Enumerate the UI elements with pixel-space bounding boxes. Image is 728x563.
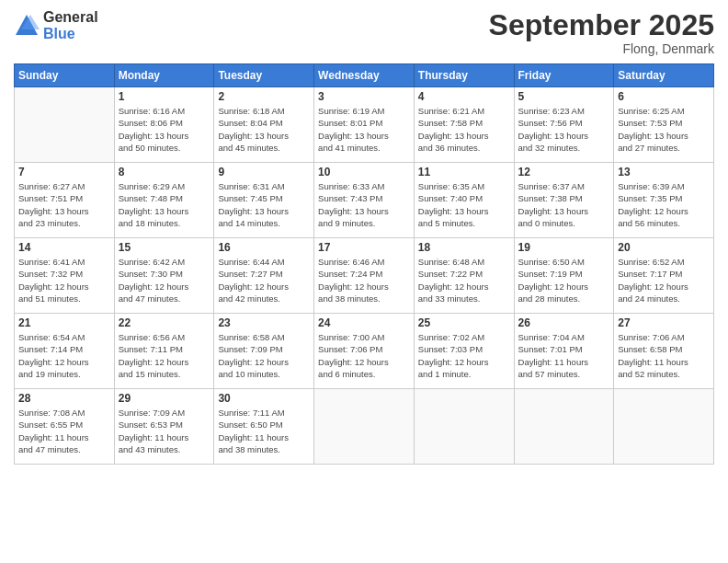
month-title: September 2025 <box>489 9 714 41</box>
day-info: Sunrise: 6:33 AMSunset: 7:43 PMDaylight:… <box>318 180 410 229</box>
day-info: Sunrise: 7:08 AMSunset: 6:55 PMDaylight:… <box>18 407 110 455</box>
day-info: Sunrise: 6:29 AMSunset: 7:48 PMDaylight:… <box>119 180 210 229</box>
col-monday: Monday <box>114 64 214 87</box>
calendar-week-row: 14Sunrise: 6:41 AMSunset: 7:32 PMDayligh… <box>15 238 714 314</box>
logo: General Blue <box>14 9 98 41</box>
day-info: Sunrise: 7:11 AMSunset: 6:50 PMDaylight:… <box>218 407 310 455</box>
table-row: 18Sunrise: 6:48 AMSunset: 7:22 PMDayligh… <box>414 238 514 314</box>
table-row <box>414 389 514 465</box>
day-number: 13 <box>618 166 710 178</box>
col-tuesday: Tuesday <box>214 64 314 87</box>
table-row: 15Sunrise: 6:42 AMSunset: 7:30 PMDayligh… <box>114 238 214 314</box>
table-row: 21Sunrise: 6:54 AMSunset: 7:14 PMDayligh… <box>15 314 115 389</box>
table-row: 29Sunrise: 7:09 AMSunset: 6:53 PMDayligh… <box>114 389 214 465</box>
day-info: Sunrise: 6:50 AMSunset: 7:19 PMDaylight:… <box>518 256 610 304</box>
day-number: 12 <box>518 166 610 178</box>
col-sunday: Sunday <box>15 64 115 87</box>
table-row: 23Sunrise: 6:58 AMSunset: 7:09 PMDayligh… <box>214 314 314 389</box>
day-info: Sunrise: 6:18 AMSunset: 8:04 PMDaylight:… <box>218 105 310 154</box>
day-info: Sunrise: 6:56 AMSunset: 7:11 PMDaylight:… <box>119 331 210 380</box>
logo-blue-text: Blue <box>43 26 98 42</box>
table-row: 27Sunrise: 7:06 AMSunset: 6:58 PMDayligh… <box>614 314 714 389</box>
day-number: 4 <box>418 90 510 103</box>
calendar-week-row: 21Sunrise: 6:54 AMSunset: 7:14 PMDayligh… <box>15 314 714 389</box>
page: General Blue September 2025 Flong, Denma… <box>0 0 728 563</box>
day-number: 8 <box>119 166 210 178</box>
table-row: 26Sunrise: 7:04 AMSunset: 7:01 PMDayligh… <box>514 314 614 389</box>
day-number: 7 <box>18 166 110 178</box>
day-number: 27 <box>618 316 710 329</box>
table-row: 3Sunrise: 6:19 AMSunset: 8:01 PMDaylight… <box>314 87 415 163</box>
day-number: 28 <box>18 392 110 405</box>
day-number: 11 <box>418 166 510 178</box>
day-info: Sunrise: 6:25 AMSunset: 7:53 PMDaylight:… <box>618 105 710 154</box>
table-row: 24Sunrise: 7:00 AMSunset: 7:06 PMDayligh… <box>314 314 415 389</box>
day-info: Sunrise: 6:19 AMSunset: 8:01 PMDaylight:… <box>318 105 410 154</box>
table-row <box>15 87 115 163</box>
day-info: Sunrise: 6:54 AMSunset: 7:14 PMDaylight:… <box>18 331 110 380</box>
table-row: 8Sunrise: 6:29 AMSunset: 7:48 PMDaylight… <box>114 163 214 238</box>
table-row: 6Sunrise: 6:25 AMSunset: 7:53 PMDaylight… <box>614 87 714 163</box>
day-number: 17 <box>318 241 410 254</box>
day-number: 21 <box>18 316 110 329</box>
calendar-week-row: 28Sunrise: 7:08 AMSunset: 6:55 PMDayligh… <box>15 389 714 465</box>
day-info: Sunrise: 6:37 AMSunset: 7:38 PMDaylight:… <box>518 180 610 229</box>
table-row: 20Sunrise: 6:52 AMSunset: 7:17 PMDayligh… <box>614 238 714 314</box>
day-number: 9 <box>218 166 310 178</box>
table-row: 16Sunrise: 6:44 AMSunset: 7:27 PMDayligh… <box>214 238 314 314</box>
day-info: Sunrise: 7:09 AMSunset: 6:53 PMDaylight:… <box>119 407 210 455</box>
day-info: Sunrise: 6:23 AMSunset: 7:56 PMDaylight:… <box>518 105 610 154</box>
day-number: 6 <box>618 90 710 103</box>
day-info: Sunrise: 6:27 AMSunset: 7:51 PMDaylight:… <box>18 180 110 229</box>
day-info: Sunrise: 6:42 AMSunset: 7:30 PMDaylight:… <box>119 256 210 304</box>
calendar-header-row: Sunday Monday Tuesday Wednesday Thursday… <box>15 64 714 87</box>
col-saturday: Saturday <box>614 64 714 87</box>
day-number: 24 <box>318 316 410 329</box>
location: Flong, Denmark <box>489 41 714 56</box>
table-row: 28Sunrise: 7:08 AMSunset: 6:55 PMDayligh… <box>15 389 115 465</box>
day-info: Sunrise: 7:06 AMSunset: 6:58 PMDaylight:… <box>618 331 710 380</box>
day-info: Sunrise: 6:39 AMSunset: 7:35 PMDaylight:… <box>618 180 710 229</box>
day-info: Sunrise: 6:52 AMSunset: 7:17 PMDaylight:… <box>618 256 710 304</box>
table-row: 25Sunrise: 7:02 AMSunset: 7:03 PMDayligh… <box>414 314 514 389</box>
calendar: Sunday Monday Tuesday Wednesday Thursday… <box>14 63 714 465</box>
day-info: Sunrise: 6:31 AMSunset: 7:45 PMDaylight:… <box>218 180 310 229</box>
table-row: 11Sunrise: 6:35 AMSunset: 7:40 PMDayligh… <box>414 163 514 238</box>
table-row: 7Sunrise: 6:27 AMSunset: 7:51 PMDaylight… <box>15 163 115 238</box>
day-info: Sunrise: 6:58 AMSunset: 7:09 PMDaylight:… <box>218 331 310 380</box>
day-number: 10 <box>318 166 410 178</box>
day-number: 18 <box>418 241 510 254</box>
table-row <box>314 389 415 465</box>
day-info: Sunrise: 6:21 AMSunset: 7:58 PMDaylight:… <box>418 105 510 154</box>
calendar-week-row: 1Sunrise: 6:16 AMSunset: 8:06 PMDaylight… <box>15 87 714 163</box>
day-info: Sunrise: 6:44 AMSunset: 7:27 PMDaylight:… <box>218 256 310 304</box>
day-number: 14 <box>18 241 110 254</box>
day-number: 25 <box>418 316 510 329</box>
day-info: Sunrise: 6:41 AMSunset: 7:32 PMDaylight:… <box>18 256 110 304</box>
table-row: 30Sunrise: 7:11 AMSunset: 6:50 PMDayligh… <box>214 389 314 465</box>
day-info: Sunrise: 7:00 AMSunset: 7:06 PMDaylight:… <box>318 331 410 380</box>
table-row: 17Sunrise: 6:46 AMSunset: 7:24 PMDayligh… <box>314 238 415 314</box>
table-row: 14Sunrise: 6:41 AMSunset: 7:32 PMDayligh… <box>15 238 115 314</box>
table-row: 5Sunrise: 6:23 AMSunset: 7:56 PMDaylight… <box>514 87 614 163</box>
table-row <box>514 389 614 465</box>
table-row: 1Sunrise: 6:16 AMSunset: 8:06 PMDaylight… <box>114 87 214 163</box>
col-friday: Friday <box>514 64 614 87</box>
table-row <box>614 389 714 465</box>
day-info: Sunrise: 7:02 AMSunset: 7:03 PMDaylight:… <box>418 331 510 380</box>
table-row: 4Sunrise: 6:21 AMSunset: 7:58 PMDaylight… <box>414 87 514 163</box>
table-row: 12Sunrise: 6:37 AMSunset: 7:38 PMDayligh… <box>514 163 614 238</box>
day-number: 30 <box>218 392 310 405</box>
logo-icon <box>14 13 40 39</box>
day-number: 23 <box>218 316 310 329</box>
day-info: Sunrise: 6:16 AMSunset: 8:06 PMDaylight:… <box>119 105 210 154</box>
logo-text: General Blue <box>43 9 98 41</box>
logo-general-text: General <box>43 9 98 26</box>
table-row: 19Sunrise: 6:50 AMSunset: 7:19 PMDayligh… <box>514 238 614 314</box>
day-number: 29 <box>119 392 210 405</box>
table-row: 9Sunrise: 6:31 AMSunset: 7:45 PMDaylight… <box>214 163 314 238</box>
day-number: 20 <box>618 241 710 254</box>
day-number: 19 <box>518 241 610 254</box>
day-number: 16 <box>218 241 310 254</box>
title-area: September 2025 Flong, Denmark <box>489 9 714 56</box>
